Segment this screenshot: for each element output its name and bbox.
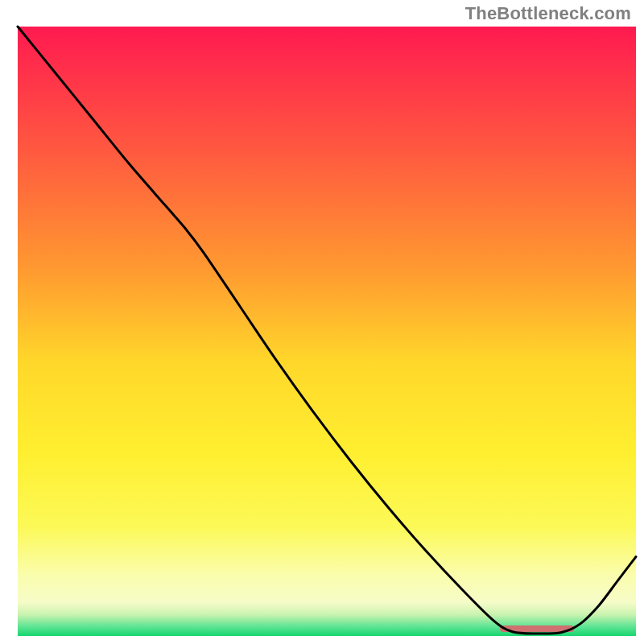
gradient-background bbox=[18, 27, 636, 636]
watermark-text: TheBottleneck.com bbox=[465, 3, 631, 24]
bottleneck-chart bbox=[0, 0, 644, 644]
chart-svg bbox=[0, 0, 644, 644]
